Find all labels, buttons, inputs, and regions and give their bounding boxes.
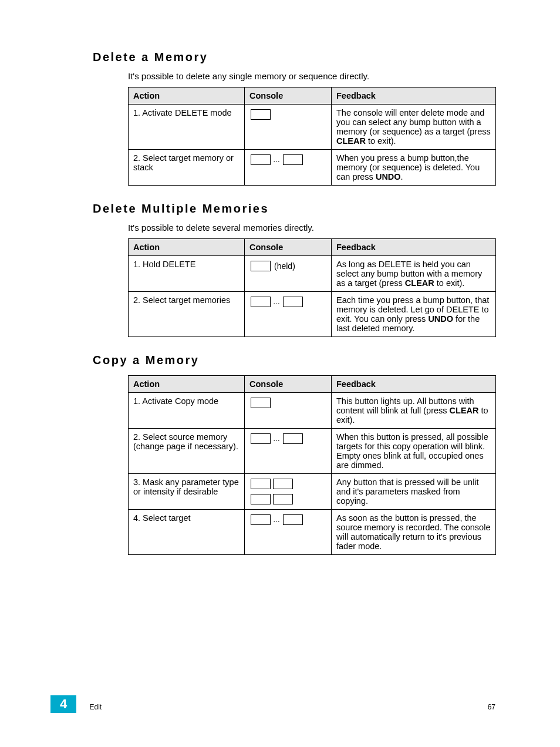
cell-console: (held)	[245, 256, 332, 292]
table-row: 1. Activate Copy mode This button lights…	[129, 393, 496, 429]
table-row: 1. Hold DELETE (held) As long as DELETE …	[129, 256, 496, 292]
button-icon	[283, 297, 303, 307]
cell-feedback: When you press a bump button,the memory …	[332, 150, 496, 186]
table-row: 3. Mask any parameter type or intensity …	[129, 474, 496, 510]
th-feedback: Feedback	[332, 88, 496, 105]
feedback-bold: CLEAR	[405, 278, 434, 288]
button-icon	[251, 514, 271, 525]
th-action: Action	[129, 88, 245, 105]
heading-delete-multiple: Delete Multiple Memories	[93, 202, 495, 216]
page: Delete a Memory It's possible to delete …	[0, 0, 560, 747]
cell-action: 3. Mask any parameter type or intensity …	[129, 474, 245, 510]
button-icon	[251, 398, 271, 408]
cell-feedback: As soon as the button is pressed, the so…	[332, 510, 496, 555]
chapter-badge: 4	[50, 695, 76, 713]
cell-console	[245, 393, 332, 429]
cell-console: …	[245, 150, 332, 186]
cell-console	[245, 474, 332, 510]
cell-console: …	[245, 292, 332, 337]
page-footer: 4 Edit 67	[0, 695, 560, 713]
intro-delete-multiple: It's possible to delete several memories…	[128, 223, 495, 233]
feedback-text: .	[401, 172, 403, 181]
table-delete-memory: Action Console Feedback 1. Activate DELE…	[128, 87, 496, 186]
button-icon	[273, 494, 293, 504]
th-feedback: Feedback	[332, 239, 496, 256]
heading-delete-memory: Delete a Memory	[93, 51, 495, 64]
feedback-bold: CLEAR	[450, 406, 479, 415]
table-row: 2. Select source memory (change page if …	[129, 429, 496, 474]
table-header-row: Action Console Feedback	[129, 376, 496, 393]
button-icon	[251, 154, 271, 165]
cell-feedback: The console will enter delete mode and y…	[332, 105, 496, 150]
button-icon	[251, 297, 271, 307]
cell-action: 1. Activate DELETE mode	[129, 105, 245, 150]
button-icon	[251, 494, 271, 504]
table-header-row: Action Console Feedback	[129, 239, 496, 256]
cell-feedback: As long as DELETE is held you can select…	[332, 256, 496, 292]
heading-copy-memory: Copy a Memory	[93, 354, 495, 367]
th-action: Action	[129, 376, 245, 393]
table-delete-multiple: Action Console Feedback 1. Hold DELETE (…	[128, 238, 496, 337]
feedback-text: to exit).	[434, 278, 465, 288]
cell-feedback: When this button is pressed, all possibl…	[332, 429, 496, 474]
cell-action: 2. Select target memories	[129, 292, 245, 337]
feedback-bold: UNDO	[428, 314, 453, 324]
cell-action: 4. Select target	[129, 510, 245, 555]
ellipsis-icon: …	[273, 433, 281, 444]
button-icon	[251, 261, 271, 271]
feedback-text: to exit).	[366, 136, 396, 146]
ellipsis-icon: …	[273, 154, 281, 165]
cell-console: …	[245, 510, 332, 555]
table-row: 4. Select target … As soon as the button…	[129, 510, 496, 555]
th-console: Console	[245, 239, 332, 256]
ellipsis-icon: …	[273, 297, 281, 307]
ellipsis-icon: …	[273, 514, 281, 525]
cell-console	[245, 105, 332, 150]
feedback-text: The console will enter delete mode and y…	[336, 108, 491, 136]
cell-console: …	[245, 429, 332, 474]
held-label: (held)	[274, 261, 295, 271]
cell-feedback: Any button that is pressed will be unlit…	[332, 474, 496, 510]
intro-delete-memory: It's possible to delete any single memor…	[128, 71, 495, 81]
button-icon	[251, 109, 271, 120]
th-console: Console	[245, 88, 332, 105]
button-icon	[283, 514, 303, 525]
page-number: 67	[488, 703, 495, 711]
cell-feedback: This button lights up. All buttons with …	[332, 393, 496, 429]
th-feedback: Feedback	[332, 376, 496, 393]
table-row: 1. Activate DELETE mode The console will…	[129, 105, 496, 150]
button-icon	[273, 479, 293, 489]
table-copy-memory: Action Console Feedback 1. Activate Copy…	[128, 375, 496, 555]
th-action: Action	[129, 239, 245, 256]
th-console: Console	[245, 376, 332, 393]
feedback-text: When you press a bump button,the memory …	[336, 153, 480, 181]
button-icon	[251, 479, 271, 489]
chapter-title: Edit	[89, 703, 102, 713]
button-icon	[283, 154, 303, 165]
cell-action: 2. Select target memory or stack	[129, 150, 245, 186]
button-icon	[283, 433, 303, 444]
cell-feedback: Each time you press a bump button, that …	[332, 292, 496, 337]
button-icon	[251, 433, 271, 444]
table-row: 2. Select target memories … Each time yo…	[129, 292, 496, 337]
cell-action: 1. Hold DELETE	[129, 256, 245, 292]
cell-action: 1. Activate Copy mode	[129, 393, 245, 429]
table-header-row: Action Console Feedback	[129, 88, 496, 105]
table-row: 2. Select target memory or stack … When …	[129, 150, 496, 186]
feedback-bold: UNDO	[376, 172, 401, 181]
feedback-bold: CLEAR	[336, 136, 366, 146]
cell-action: 2. Select source memory (change page if …	[129, 429, 245, 474]
